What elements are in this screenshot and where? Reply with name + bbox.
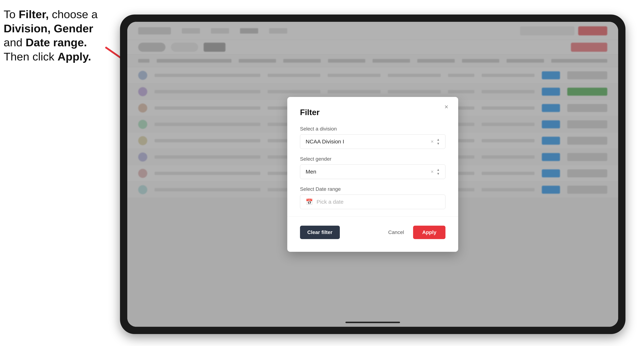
tablet-device: × Filter Select a division NCAA Division… bbox=[120, 14, 626, 334]
division-select[interactable]: NCAA Division I × ▲ ▼ bbox=[300, 134, 446, 149]
gender-form-group: Select gender Men × ▲ ▼ bbox=[300, 156, 446, 179]
gender-select[interactable]: Men × ▲ ▼ bbox=[300, 165, 446, 179]
filter-bold: Filter, bbox=[19, 8, 49, 20]
modal-footer: Clear filter Cancel Apply bbox=[300, 226, 446, 239]
division-arrow-up: ▲ bbox=[436, 138, 440, 141]
gender-arrows: ▲ ▼ bbox=[436, 168, 440, 175]
cancel-button[interactable]: Cancel bbox=[383, 226, 410, 239]
instruction-line4: Then click Apply. bbox=[4, 50, 91, 63]
apply-button[interactable]: Apply bbox=[413, 226, 446, 239]
apply-bold: Apply. bbox=[58, 50, 91, 63]
gender-value: Men bbox=[306, 169, 316, 175]
division-gender-bold: Division, Gender bbox=[4, 22, 93, 35]
instruction-panel: To Filter, choose a Division, Gender and… bbox=[4, 7, 109, 64]
instruction-line3: and Date range. bbox=[4, 36, 87, 49]
date-label: Select Date range bbox=[300, 186, 446, 192]
gender-clear-icon[interactable]: × bbox=[431, 169, 434, 175]
division-arrow-down: ▼ bbox=[436, 142, 440, 145]
division-form-group: Select a division NCAA Division I × ▲ ▼ bbox=[300, 126, 446, 149]
date-picker[interactable]: 📅 Pick a date bbox=[300, 195, 446, 209]
instruction-line1: To Filter, choose a bbox=[4, 8, 98, 20]
filter-modal: × Filter Select a division NCAA Division… bbox=[287, 97, 458, 252]
division-arrows: ▲ ▼ bbox=[436, 138, 440, 145]
modal-divider bbox=[287, 216, 458, 217]
modal-close-button[interactable]: × bbox=[442, 102, 451, 111]
tablet-screen: × Filter Select a division NCAA Division… bbox=[127, 22, 618, 327]
date-form-group: Select Date range 📅 Pick a date bbox=[300, 186, 446, 209]
close-icon: × bbox=[444, 103, 448, 111]
division-clear-icon[interactable]: × bbox=[431, 139, 434, 145]
date-placeholder: Pick a date bbox=[316, 199, 344, 205]
date-range-bold: Date range. bbox=[26, 36, 87, 49]
gender-controls: × ▲ ▼ bbox=[431, 168, 440, 175]
gender-arrow-up: ▲ bbox=[436, 168, 440, 171]
calendar-icon: 📅 bbox=[306, 198, 313, 205]
division-label: Select a division bbox=[300, 126, 446, 132]
division-controls: × ▲ ▼ bbox=[431, 138, 440, 145]
gender-arrow-down: ▼ bbox=[436, 172, 440, 175]
gender-label: Select gender bbox=[300, 156, 446, 162]
modal-title: Filter bbox=[300, 108, 446, 117]
division-value: NCAA Division I bbox=[306, 139, 344, 145]
footer-right-buttons: Cancel Apply bbox=[383, 226, 446, 239]
clear-filter-button[interactable]: Clear filter bbox=[300, 226, 340, 239]
modal-overlay: × Filter Select a division NCAA Division… bbox=[127, 22, 618, 327]
